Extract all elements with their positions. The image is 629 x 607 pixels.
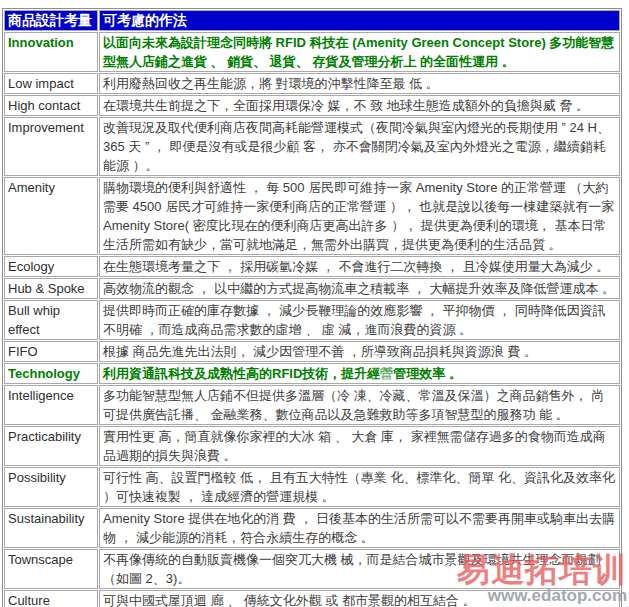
table-row: Intelligence 多功能智慧型無人店鋪不但提供多溫層（冷 凍、冷藏、常溫… (4, 385, 620, 425)
row-label: Sustainability (4, 508, 98, 548)
row-description: 利用廢熱回收之再生能源，將 對環境的沖擊性降至最 低 。 (99, 73, 620, 94)
row-description: 不再像傳統的自動販賣機像一個突兀大機 械，而是結合城市景觀及環境共生理念而規劃（… (99, 549, 620, 589)
row-label: Practicability (4, 426, 98, 466)
row-label: Low impact (4, 73, 98, 94)
table-row: Townscape 不再像傳統的自動販賣機像一個突兀大機 械，而是結合城市景觀及… (4, 549, 620, 589)
row-description: 高效物流的觀念 ， 以中繼的方式提高物流車之積載率 ， 大幅提升效率及降低營運成… (99, 278, 620, 299)
row-description: 在生態環境考量之下 ， 採用碳氫冷媒 ， 不會進行二次轉換 ， 且冷媒使用量大為… (99, 256, 620, 277)
table-row: Amenity 購物環境的便利與舒適性 ， 每 500 居民即可維持一家 Ame… (4, 177, 620, 255)
row-label: Technology (4, 363, 98, 384)
row-description: 可與中國式屋頂迴 廊 、 傳統文化外觀 或 都市景觀的相互結合 。 (99, 590, 620, 607)
row-description: Amenity Store 提供在地化的消 費 ， 日後基本的生活所需可以不需要… (99, 508, 620, 548)
row-description: 利用資通訊科技及成熟性高的RFID技術，提升經營管理效率 。 (99, 363, 620, 384)
table-row: Technology 利用資通訊科技及成熟性高的RFID技術，提升經營管理效率 … (4, 363, 620, 384)
table-row: Low impact 利用廢熱回收之再生能源，將 對環境的沖擊性降至最 低 。 (4, 73, 620, 94)
table-row: Bull whip effect 提供即時而正確的庫存數據 ， 減少長鞭理論的效… (4, 300, 620, 340)
table-row: High contact 在環境共生前提之下，全面採用環保冷 媒，不 致 地球生… (4, 95, 620, 116)
row-label: Amenity (4, 177, 98, 255)
table-row: Innovation 以面向未來為設計理念同時將 RFID 科技在 (Ameni… (4, 32, 620, 72)
row-label: Possibility (4, 467, 98, 507)
row-description: 購物環境的便利與舒適性 ， 每 500 居民即可維持一家 Amenity Sto… (99, 177, 620, 255)
row-label: Ecology (4, 256, 98, 277)
column-header-approach: 可考慮的作法 (99, 10, 620, 31)
row-description: 改善現況及取代便利商店夜間高耗能營運模式（夜間冷氣與室內燈光的長期使用 ” 24… (99, 117, 620, 176)
row-description: 根據 商品先進先出法則， 減少因管理不善 ，所導致商品損耗與資源浪 費 。 (99, 341, 620, 362)
table-row: Sustainability Amenity Store 提供在地化的消 費 ，… (4, 508, 620, 548)
table-row: Practicability 實用性更 高，簡直就像你家裡的大冰 箱 、 大倉 … (4, 426, 620, 466)
table-header-row: 商品設計考量 可考慮的作法 (4, 10, 620, 31)
table-row: FIFO 根據 商品先進先出法則， 減少因管理不善 ，所導致商品損耗與資源浪 費… (4, 341, 620, 362)
row-description: 多功能智慧型無人店鋪不但提供多溫層（冷 凍、冷藏、常溫及保溫）之商品銷售外， 尚… (99, 385, 620, 425)
row-description: 以面向未來為設計理念同時將 RFID 科技在 (Amenity Green Co… (99, 32, 620, 72)
row-label: Intelligence (4, 385, 98, 425)
table-row: Ecology 在生態環境考量之下 ， 採用碳氫冷媒 ， 不會進行二次轉換 ， … (4, 256, 620, 277)
page: 商品設計考量 可考慮的作法 Innovation 以面向未來為設計理念同時將 R… (0, 0, 629, 607)
row-label: Bull whip effect (4, 300, 98, 340)
column-header-consideration: 商品設計考量 (4, 10, 98, 31)
row-description: 可行性 高、設置門檻較 低， 且有五大特性（專業 化、標準化、簡單 化、資訊化及… (99, 467, 620, 507)
row-label: Townscape (4, 549, 98, 589)
table-row: Culture 可與中國式屋頂迴 廊 、 傳統文化外觀 或 都市景觀的相互結合 … (4, 590, 620, 607)
row-label: Innovation (4, 32, 98, 72)
table-row: Hub & Spoke 高效物流的觀念 ， 以中繼的方式提高物流車之積載率 ， … (4, 278, 620, 299)
row-label: High contact (4, 95, 98, 116)
row-description: 在環境共生前提之下，全面採用環保冷 媒，不 致 地球生態造成額外的負擔與威 脅 … (99, 95, 620, 116)
table-row: Improvement 改善現況及取代便利商店夜間高耗能營運模式（夜間冷氣與室內… (4, 117, 620, 176)
row-description: 實用性更 高，簡直就像你家裡的大冰 箱 、 大倉 庫， 家裡無需儲存過多的食物而… (99, 426, 620, 466)
row-label: Culture (4, 590, 98, 607)
row-description: 提供即時而正確的庫存數據 ， 減少長鞭理論的效應影響 ， 平抑物價 ， 同時降低… (99, 300, 620, 340)
table-row: Possibility 可行性 高、設置門檻較 低， 且有五大特性（專業 化、標… (4, 467, 620, 507)
row-label: Hub & Spoke (4, 278, 98, 299)
row-label: FIFO (4, 341, 98, 362)
row-label: Improvement (4, 117, 98, 176)
design-considerations-table: 商品設計考量 可考慮的作法 Innovation 以面向未來為設計理念同時將 R… (2, 8, 622, 607)
